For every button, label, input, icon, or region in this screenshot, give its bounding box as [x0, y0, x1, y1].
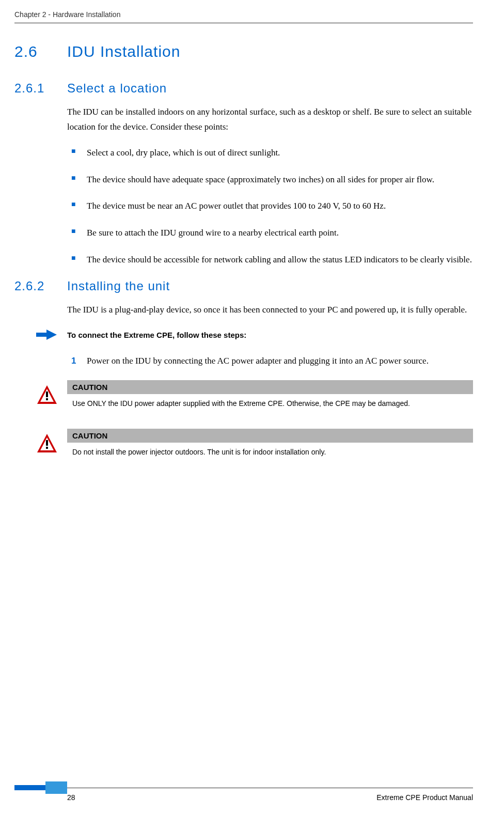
intro-paragraph: The IDU is a plug-and-play device, so on…: [67, 303, 473, 318]
intro-paragraph: The IDU can be installed indoors on any …: [67, 105, 473, 135]
caution-text: Use ONLY the IDU power adapter supplied …: [67, 394, 473, 413]
caution-label: CAUTION: [67, 380, 473, 394]
list-item: The device must be near an AC power outl…: [67, 198, 473, 214]
arrow-right-icon: [36, 328, 57, 341]
list-item: Select a cool, dry place, which is out o…: [67, 145, 473, 161]
warning-icon: [36, 433, 58, 455]
list-item: Be sure to attach the IDU ground wire to…: [67, 225, 473, 241]
list-item: The device should have adequate space (a…: [67, 172, 473, 187]
steps-heading: To connect the Extreme CPE, follow these…: [67, 331, 473, 339]
subsection-number: 2.6.1: [14, 81, 67, 96]
svg-rect-4: [46, 398, 48, 400]
step-number: 1: [71, 354, 76, 369]
svg-rect-7: [46, 440, 48, 446]
page-header: Chapter 2 - Hardware Installation: [14, 10, 473, 23]
section-heading-2-6: 2.6IDU Installation: [14, 43, 473, 60]
subsection-heading-2-6-2: 2.6.2Installing the unit: [14, 279, 473, 293]
section-title: IDU Installation: [67, 43, 180, 60]
footer-decoration: [14, 781, 67, 794]
subsection-heading-2-6-1: 2.6.1Select a location: [14, 81, 473, 96]
svg-rect-8: [46, 447, 48, 449]
svg-marker-0: [36, 330, 57, 340]
caution-text: Do not install the power injector outdoo…: [67, 443, 473, 462]
page-footer: 28 Extreme CPE Product Manual: [14, 788, 473, 802]
subsection-title: Select a location: [67, 81, 167, 95]
steps-heading-text: To connect the Extreme CPE, follow these…: [67, 331, 246, 339]
bullet-list: Select a cool, dry place, which is out o…: [67, 145, 473, 268]
caution-block: CAUTION Use ONLY the IDU power adapter s…: [67, 380, 473, 413]
list-item: The device should be accessible for netw…: [67, 252, 473, 268]
page-number: 28: [67, 793, 75, 802]
caution-block: CAUTION Do not install the power injecto…: [67, 429, 473, 462]
subsection-title: Installing the unit: [67, 279, 170, 293]
step-text: Power on the IDU by connecting the AC po…: [87, 356, 429, 366]
section-number: 2.6: [14, 43, 67, 60]
warning-icon: [36, 384, 58, 406]
step-item: 1 Power on the IDU by connecting the AC …: [67, 354, 473, 369]
subsection-number: 2.6.2: [14, 279, 67, 293]
caution-label: CAUTION: [67, 429, 473, 443]
svg-rect-3: [46, 392, 48, 397]
document-title: Extreme CPE Product Manual: [376, 793, 473, 802]
